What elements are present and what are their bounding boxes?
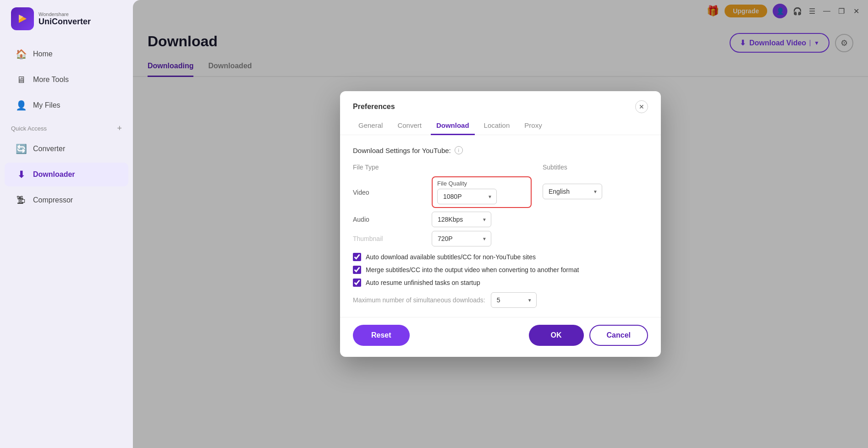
modal-tab-convert[interactable]: Convert — [392, 117, 427, 135]
sidebar-item-converter[interactable]: 🔄 Converter — [5, 137, 128, 161]
checkbox-merge-subtitles[interactable] — [353, 266, 361, 274]
info-icon[interactable]: i — [455, 146, 463, 154]
checkbox-auto-subtitles-row: Auto download available subtitles/CC for… — [353, 253, 648, 261]
sidebar-item-compressor-label: Compressor — [33, 196, 73, 204]
modal-header: Preferences ✕ — [340, 91, 661, 113]
brand-name: Wondershare — [38, 11, 91, 17]
ok-button[interactable]: OK — [529, 325, 584, 346]
thumbnail-quality-select[interactable]: 1080P 720P 480P — [432, 231, 491, 246]
checkbox-auto-resume-row: Auto resume unfinished tasks on startup — [353, 279, 648, 287]
cancel-button[interactable]: Cancel — [589, 325, 648, 346]
max-downloads-row: Maximum number of simultaneous downloads… — [353, 292, 648, 308]
video-label: Video — [353, 175, 426, 210]
modal-tab-proxy[interactable]: Proxy — [519, 117, 547, 135]
sidebar-item-home-label: Home — [33, 50, 53, 58]
sidebar-item-my-files-label: My Files — [33, 101, 60, 109]
file-quality-highlighted-box: File Quality 4K 1080P 720P 480P 360P — [432, 176, 532, 208]
sidebar-item-converter-label: Converter — [33, 145, 65, 153]
max-downloads-label: Maximum number of simultaneous downloads… — [353, 296, 485, 304]
modal-tab-bar: General Convert Download Location Proxy — [340, 117, 661, 135]
thumbnail-label: Thumbnail — [353, 229, 426, 248]
sidebar-item-downloader[interactable]: ⬇ Downloader — [5, 163, 128, 186]
modal-body: Download Settings for YouTube: i File Ty… — [340, 135, 661, 317]
max-downloads-select[interactable]: 1 2 3 4 5 6 7 8 — [491, 292, 537, 308]
converter-icon: 🔄 — [16, 143, 27, 154]
more-tools-icon: 🖥 — [16, 74, 27, 85]
checkbox-auto-resume[interactable] — [353, 279, 361, 287]
sidebar-item-compressor[interactable]: 🗜 Compressor — [5, 188, 128, 212]
audio-quality-wrapper: 320Kbps 256Kbps 192Kbps 128Kbps 64Kbps ▼ — [432, 212, 491, 227]
video-quality-select[interactable]: 4K 1080P 720P 480P 360P — [437, 189, 497, 204]
sidebar-item-my-files[interactable]: 👤 My Files — [5, 93, 128, 117]
audio-label: Audio — [353, 210, 426, 229]
main-content: 🎁 Upgrade 👤 🎧 ☰ — ❐ ✕ Download ⬇ Downloa… — [133, 0, 868, 448]
checkbox-auto-resume-label: Auto resume unfinished tasks on startup — [366, 279, 480, 286]
section-label: Download Settings for YouTube: i — [353, 146, 648, 154]
thumbnail-quality-wrapper: 1080P 720P 480P ▼ — [432, 231, 491, 246]
sidebar-item-downloader-label: Downloader — [33, 170, 75, 179]
product-name: UniConverter — [38, 17, 91, 27]
checkbox-merge-subtitles-label: Merge subtitles/CC into the output video… — [366, 266, 579, 273]
quick-access-add-button[interactable]: + — [117, 124, 122, 133]
my-files-icon: 👤 — [16, 100, 27, 111]
modal-close-button[interactable]: ✕ — [635, 100, 648, 113]
subtitles-wrapper: English Spanish French Auto ▼ — [543, 184, 602, 199]
modal-footer: Reset OK Cancel — [340, 317, 661, 357]
compressor-icon: 🗜 — [16, 195, 27, 206]
modal-overlay[interactable]: Preferences ✕ General Convert Download L… — [133, 0, 868, 448]
sidebar-item-more-tools-label: More Tools — [33, 76, 69, 84]
checkbox-merge-subtitles-row: Merge subtitles/CC into the output video… — [353, 266, 648, 274]
max-downloads-wrapper: 1 2 3 4 5 6 7 8 ▼ — [491, 292, 537, 308]
file-quality-inner-label: File Quality — [437, 180, 526, 187]
audio-quality-select[interactable]: 320Kbps 256Kbps 192Kbps 128Kbps 64Kbps — [432, 212, 491, 227]
modal-tab-download[interactable]: Download — [431, 117, 475, 135]
app-logo-icon — [11, 7, 34, 30]
modal-title: Preferences — [353, 103, 395, 111]
file-type-header: File Type — [353, 164, 426, 175]
preferences-modal: Preferences ✕ General Convert Download L… — [340, 91, 661, 357]
section-label-text: Download Settings for YouTube: — [353, 147, 451, 154]
quick-access-label: Quick Access — [11, 125, 47, 132]
file-quality-header — [426, 164, 537, 175]
quick-access-header: Quick Access + — [0, 118, 133, 136]
checkbox-auto-subtitles-label: Auto download available subtitles/CC for… — [366, 253, 536, 261]
video-quality-wrapper: 4K 1080P 720P 480P 360P ▼ — [437, 189, 497, 204]
home-icon: 🏠 — [16, 49, 27, 60]
footer-right-buttons: OK Cancel — [529, 325, 648, 346]
modal-tab-general[interactable]: General — [353, 117, 388, 135]
subtitles-select[interactable]: English Spanish French Auto — [543, 184, 602, 199]
logo-area: Wondershare UniConverter — [0, 7, 133, 41]
reset-button[interactable]: Reset — [353, 325, 410, 346]
downloader-icon: ⬇ — [16, 169, 27, 180]
checkbox-auto-subtitles[interactable] — [353, 253, 361, 261]
sidebar: Wondershare UniConverter 🏠 Home 🖥 More T… — [0, 0, 133, 448]
logo-text: Wondershare UniConverter — [38, 11, 91, 27]
modal-tab-location[interactable]: Location — [478, 117, 516, 135]
sidebar-item-home[interactable]: 🏠 Home — [5, 42, 128, 66]
subtitles-header: Subtitles — [537, 164, 648, 175]
sidebar-item-more-tools[interactable]: 🖥 More Tools — [5, 68, 128, 92]
